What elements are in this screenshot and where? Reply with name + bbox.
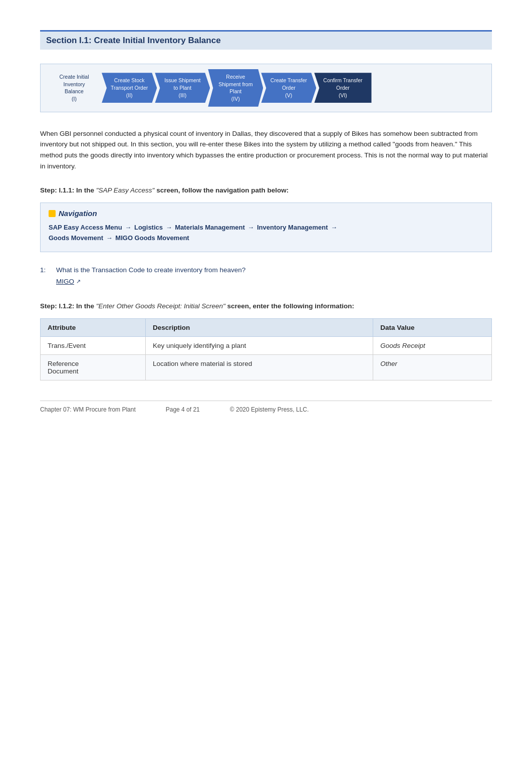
step2-label: Step: I.1.2: In the "Enter Other Goods R… — [40, 301, 492, 311]
cell-attribute-0: Trans./Event — [41, 337, 146, 355]
step1-italic: "SAP Easy Access" — [96, 186, 155, 194]
cell-datavalue-0: Goods Receipt — [373, 337, 492, 355]
step1-strong: Step: I.1.1: In the — [40, 186, 96, 194]
cell-attribute-1: Reference Document — [41, 355, 146, 380]
cell-description-1: Location where material is stored — [146, 355, 373, 380]
qa-arrow-icon: ↗ — [76, 278, 81, 285]
cell-datavalue-1: Other — [373, 355, 492, 380]
flow-step-1: Create InitialInventoryBalance(I) — [49, 69, 104, 107]
nav-title-text: Navigation — [59, 209, 97, 218]
step2-prefix: Step: I.1.2: In the — [40, 302, 96, 310]
footer-chapter: Chapter 07: WM Procure from Plant — [40, 406, 136, 413]
arrow-4: → — [331, 224, 337, 231]
data-table: Attribute Description Data Value Trans./… — [40, 318, 492, 380]
col-header-attribute: Attribute — [41, 319, 146, 337]
section-title: Section I.1: Create Initial Inventory Ba… — [46, 36, 486, 46]
body-text: When GBI personnel conducted a physical … — [40, 128, 492, 171]
arrow-5: → — [106, 234, 115, 242]
qa-number: 1: — [40, 266, 50, 274]
nav-logistics: Logistics — [134, 224, 163, 231]
navigation-box: Navigation SAP Easy Access Menu → Logist… — [40, 203, 492, 252]
nav-goods-movement: Goods Movement — [49, 234, 103, 242]
page-footer: Chapter 07: WM Procure from Plant Page 4… — [40, 401, 492, 413]
table-row: Reference DocumentLocation where materia… — [41, 355, 492, 380]
flow-step-6: Confirm TransferOrder(VI) — [314, 73, 371, 103]
arrow-2: → — [166, 224, 174, 231]
nav-title: Navigation — [49, 209, 483, 218]
flow-step-4: ReceiveShipment fromPlant(IV) — [208, 69, 263, 107]
nav-inventory: Inventory Management — [257, 224, 328, 231]
nav-bullet-icon — [49, 210, 56, 217]
process-flow: Create InitialInventoryBalance(I) Create… — [40, 64, 492, 112]
col-header-data-value: Data Value — [373, 319, 492, 337]
flow-step-2: Create StockTransport Order(II) — [102, 73, 157, 103]
cell-description-0: Key uniquely identifying a plant — [146, 337, 373, 355]
col-header-description: Description — [146, 319, 373, 337]
nav-migo: MIGO Goods Movement — [115, 234, 189, 242]
step1-label: Step: I.1.1: In the "SAP Easy Access" sc… — [40, 185, 492, 196]
footer-page: Page 4 of 21 — [166, 406, 200, 413]
qa-question-text: What is the Transaction Code to create i… — [56, 266, 245, 274]
section-header: Section I.1: Create Initial Inventory Ba… — [40, 30, 492, 50]
qa-question-row: 1: What is the Transaction Code to creat… — [40, 266, 492, 274]
nav-path: SAP Easy Access Menu → Logistics → Mater… — [49, 223, 483, 244]
qa-answer-row: MIGO ↗ — [56, 278, 492, 285]
arrow-1: → — [125, 224, 133, 231]
table-row: Trans./EventKey uniquely identifying a p… — [41, 337, 492, 355]
step2-suffix: screen, enter the following information: — [225, 302, 354, 310]
flow-step-5: Create TransferOrder(V) — [261, 73, 316, 103]
qa-answer-text: MIGO — [56, 278, 74, 285]
step1-suffix: screen, follow the navigation path below… — [154, 186, 289, 194]
nav-sap-easy: SAP Easy Access Menu — [49, 224, 122, 231]
footer-copyright: © 2020 Epistemy Press, LLC. — [230, 406, 309, 413]
arrow-3: → — [247, 224, 256, 231]
step2-italic: "Enter Other Goods Receipt: Initial Scre… — [96, 302, 225, 310]
nav-materials: Materials Management — [175, 224, 244, 231]
flow-step-3: Issue Shipmentto Plant(III) — [155, 73, 210, 103]
qa-section: 1: What is the Transaction Code to creat… — [40, 266, 492, 285]
